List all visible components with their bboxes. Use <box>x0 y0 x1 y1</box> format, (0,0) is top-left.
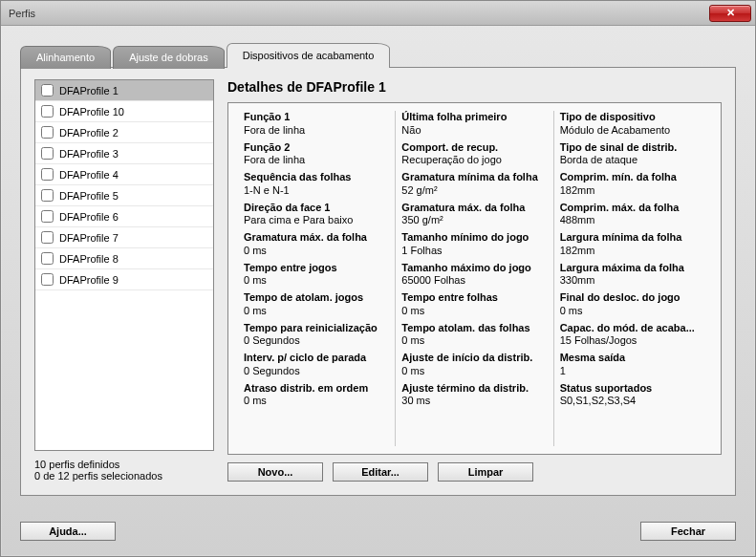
details-col-1: Função 1Fora de linhaFunção 2Fora de lin… <box>238 111 396 446</box>
detail-label: Tempo de atolam. jogos <box>244 291 389 305</box>
profile-checkbox[interactable] <box>41 147 54 160</box>
detail-pair: Tempo atolam. das folhas0 ms <box>401 322 547 349</box>
titlebar: Perfis ✕ <box>1 1 755 26</box>
detail-pair: Tempo entre folhas0 ms <box>401 291 547 318</box>
detail-pair: Comprim. mín. da folha182mm <box>560 171 705 198</box>
profile-item[interactable]: DFAProfile 9 <box>35 269 213 290</box>
detail-value: Não <box>401 124 547 138</box>
footer: Ajuda... Fechar <box>1 512 755 556</box>
profile-item[interactable]: DFAProfile 3 <box>35 143 213 164</box>
profile-label: DFAProfile 10 <box>59 106 124 118</box>
profile-item[interactable]: DFAProfile 7 <box>35 227 213 248</box>
help-button[interactable]: Ajuda... <box>20 522 116 541</box>
profile-list[interactable]: DFAProfile 1DFAProfile 10DFAProfile 2DFA… <box>34 79 214 451</box>
detail-value: Módulo de Acabamento <box>560 124 705 138</box>
detail-label: Comprim. mín. da folha <box>560 171 705 184</box>
profile-checkbox[interactable] <box>41 252 54 265</box>
detail-value: Para cima e Para baixo <box>244 214 389 227</box>
detail-value: 1 <box>560 365 705 378</box>
detail-label: Função 1 <box>244 111 389 124</box>
perfis-window: Perfis ✕ Alinhamento Ajuste de dobras Di… <box>0 0 756 557</box>
window-close-button[interactable]: ✕ <box>709 5 751 22</box>
tab-panel: DFAProfile 1DFAProfile 10DFAProfile 2DFA… <box>20 67 736 496</box>
detail-value: Borda de ataque <box>560 154 705 167</box>
profile-label: DFAProfile 6 <box>59 211 119 223</box>
detail-pair: Tamanho mínimo do jogo1 Folhas <box>401 231 547 258</box>
profile-label: DFAProfile 7 <box>59 232 119 244</box>
edit-button[interactable]: Editar... <box>333 462 428 482</box>
detail-value: Fora de linha <box>244 124 389 138</box>
profile-checkbox[interactable] <box>41 84 54 96</box>
profile-item[interactable]: DFAProfile 8 <box>35 248 213 269</box>
panel-row: DFAProfile 1DFAProfile 10DFAProfile 2DFA… <box>34 79 722 482</box>
detail-label: Gramatura mínima da folha <box>401 171 547 184</box>
detail-label: Interv. p/ ciclo de parada <box>244 352 389 365</box>
detail-value: 52 g/m² <box>401 184 547 198</box>
profile-label: DFAProfile 3 <box>59 148 119 160</box>
detail-pair: Final do desloc. do jogo0 ms <box>560 291 705 318</box>
profile-checkbox[interactable] <box>41 168 54 181</box>
detail-value: 182mm <box>560 245 705 258</box>
detail-value: 0 Segundos <box>244 334 389 348</box>
tab-ajuste-dobras[interactable]: Ajuste de dobras <box>113 46 225 69</box>
profile-item[interactable]: DFAProfile 6 <box>35 206 213 227</box>
detail-pair: Tempo entre jogos0 ms <box>244 262 389 289</box>
profile-checkbox[interactable] <box>41 126 54 139</box>
close-button[interactable]: Fechar <box>640 522 736 541</box>
detail-pair: Capac. do mód. de acaba...15 Folhas/Jogo… <box>560 322 705 349</box>
detail-pair: Ajuste de início da distrib.0 ms <box>401 352 547 378</box>
detail-pair: Tipo de sinal de distrib.Borda de ataque <box>560 141 705 168</box>
detail-pair: Comprim. máx. da folha488mm <box>560 202 705 228</box>
detail-label: Status suportados <box>560 382 705 396</box>
detail-value: 0 ms <box>560 305 705 318</box>
detail-label: Largura mínima da folha <box>560 231 705 245</box>
profile-checkbox[interactable] <box>41 231 54 244</box>
detail-label: Tamanho mínimo do jogo <box>401 231 547 245</box>
detail-value: 65000 Folhas <box>401 274 547 288</box>
profile-checkbox[interactable] <box>41 210 54 223</box>
detail-label: Tipo de sinal de distrib. <box>560 141 705 155</box>
profile-checkbox[interactable] <box>41 273 54 286</box>
detail-label: Tempo atolam. das folhas <box>401 322 547 335</box>
detail-label: Direção da face 1 <box>244 202 389 215</box>
detail-label: Ajuste término da distrib. <box>401 382 547 396</box>
tab-dispositivos-acabamento[interactable]: Dispositivos de acabamento <box>227 43 391 68</box>
details-box: Função 1Fora de linhaFunção 2Fora de lin… <box>227 102 722 455</box>
profile-list-wrap: DFAProfile 1DFAProfile 10DFAProfile 2DFA… <box>34 79 214 482</box>
detail-pair: Tempo de atolam. jogos0 ms <box>244 291 389 318</box>
clear-button[interactable]: Limpar <box>438 462 533 482</box>
detail-value: 0 ms <box>244 395 389 408</box>
new-button[interactable]: Novo... <box>227 462 323 482</box>
profile-checkbox[interactable] <box>41 105 54 118</box>
details-col-2: Última folha primeiroNãoComport. de recu… <box>396 111 553 446</box>
detail-pair: Última folha primeiroNão <box>401 111 547 138</box>
detail-pair: Sequência das folhas1-N e N-1 <box>244 171 389 198</box>
profile-item[interactable]: DFAProfile 2 <box>35 122 213 143</box>
profile-item[interactable]: DFAProfile 10 <box>35 101 213 122</box>
detail-value: 350 g/m² <box>401 214 547 227</box>
detail-value: 15 Folhas/Jogos <box>560 334 705 348</box>
detail-pair: Função 2Fora de linha <box>244 141 389 168</box>
detail-label: Comprim. máx. da folha <box>560 202 705 215</box>
profile-item[interactable]: DFAProfile 5 <box>35 185 213 206</box>
profile-checkbox[interactable] <box>41 189 54 202</box>
profile-label: DFAProfile 9 <box>59 274 119 286</box>
detail-pair: Gramatura máx. da folha0 ms <box>244 231 389 258</box>
detail-pair: Direção da face 1Para cima e Para baixo <box>244 202 389 228</box>
detail-value: 0 ms <box>244 245 389 258</box>
window-body: Alinhamento Ajuste de dobras Dispositivo… <box>1 26 755 512</box>
profile-item[interactable]: DFAProfile 4 <box>35 164 213 185</box>
detail-value: 0 ms <box>401 365 547 378</box>
tab-alinhamento[interactable]: Alinhamento <box>20 46 111 69</box>
detail-value: Fora de linha <box>244 154 389 167</box>
detail-label: Mesma saída <box>560 352 705 365</box>
detail-pair: Mesma saída1 <box>560 352 705 378</box>
profile-label: DFAProfile 4 <box>59 169 119 181</box>
profile-item[interactable]: DFAProfile 1 <box>35 80 213 101</box>
detail-pair: Comport. de recup.Recuperação do jogo <box>401 141 547 168</box>
detail-value: S0,S1,S2,S3,S4 <box>560 395 705 408</box>
detail-value: 488mm <box>560 214 705 227</box>
details-buttons: Novo... Editar... Limpar <box>227 462 722 482</box>
detail-label: Tempo entre folhas <box>401 291 547 305</box>
close-icon: ✕ <box>726 7 735 19</box>
